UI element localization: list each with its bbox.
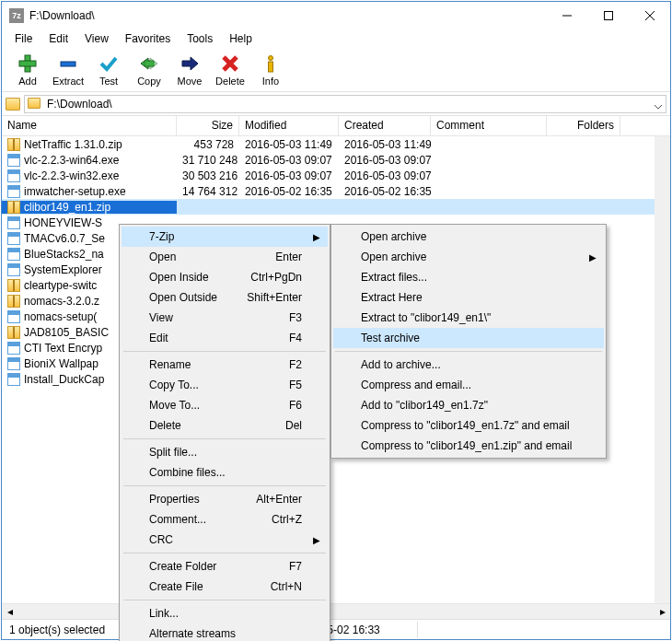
toolbar-delete[interactable]: Delete — [210, 50, 250, 90]
menu-favorites[interactable]: Favorites — [118, 30, 178, 47]
menu-label: Create Folder — [149, 560, 216, 573]
context-menu: 7-Zip▶OpenEnterOpen InsideCtrl+PgDnOpen … — [119, 224, 330, 641]
chevron-down-icon[interactable] — [655, 100, 662, 113]
menu-item[interactable]: Create FileCtrl+N — [122, 577, 328, 597]
table-row[interactable]: imwatcher-setup.exe14 764 3122016-05-02 … — [2, 183, 670, 199]
vertical-scrollbar[interactable] — [655, 136, 670, 603]
toolbar-add[interactable]: Add — [7, 50, 48, 90]
menu-item[interactable]: Test archive — [333, 328, 604, 348]
menu-item[interactable]: Extract to "clibor149_en1\" — [333, 308, 604, 328]
menu-label: Edit — [149, 332, 168, 344]
file-size: 30 503 216 — [177, 169, 239, 182]
horizontal-scrollbar[interactable]: ◂ ▸ — [2, 603, 670, 619]
menu-label: View — [149, 311, 173, 324]
menu-item[interactable]: Create FolderF7 — [122, 556, 328, 577]
archive-icon — [7, 326, 20, 339]
menu-label: Open Inside — [149, 271, 209, 284]
table-row[interactable]: vlc-2.2.3-win64.exe31 710 2482016-05-03 … — [2, 152, 670, 168]
menu-label: Create File — [149, 580, 203, 593]
toolbar-info[interactable]: Info — [250, 50, 291, 90]
col-folders[interactable]: Folders — [547, 116, 620, 135]
up-folder-icon[interactable] — [6, 98, 20, 111]
menu-item[interactable]: Open archive — [333, 227, 604, 247]
menu-item[interactable]: OpenEnter — [122, 247, 328, 267]
menu-file[interactable]: File — [7, 30, 40, 47]
svg-point-9 — [269, 55, 273, 60]
menu-label: Properties — [149, 493, 200, 506]
menu-item[interactable]: CRC▶ — [122, 530, 328, 550]
menu-shortcut: Ctrl+PgDn — [250, 271, 302, 284]
menu-item[interactable]: Compress to "clibor149_en1.7z" and email — [333, 415, 604, 436]
menu-item[interactable]: Comment...Ctrl+Z — [122, 509, 328, 530]
menu-help[interactable]: Help — [222, 30, 260, 47]
context-submenu-7zip: Open archiveOpen archive▶Extract files..… — [330, 224, 607, 459]
menu-label: Compress to "clibor149_en1.zip" and emai… — [361, 439, 572, 452]
menu-item[interactable]: Open InsideCtrl+PgDn — [122, 267, 328, 287]
exe-icon — [7, 310, 20, 323]
col-comment[interactable]: Comment — [431, 116, 547, 135]
col-created[interactable]: Created — [339, 116, 431, 135]
menu-shortcut: F4 — [289, 332, 302, 344]
menu-item[interactable]: EditF4 — [122, 328, 328, 348]
check-icon — [98, 53, 119, 74]
app-icon: 7z — [9, 8, 24, 23]
table-row[interactable]: vlc-2.2.3-win32.exe30 503 2162016-05-03 … — [2, 168, 670, 183]
menu-shortcut: F5 — [289, 379, 302, 391]
table-row[interactable]: clibor149_en1.zip — [2, 199, 670, 215]
menu-item[interactable]: Move To...F6 — [122, 395, 328, 415]
menu-item[interactable]: Split file... — [122, 442, 328, 462]
menu-item[interactable]: Combine files... — [122, 462, 328, 483]
menu-shortcut: Del — [285, 419, 302, 432]
menu-view[interactable]: View — [77, 30, 116, 47]
menu-item[interactable]: Open archive▶ — [333, 247, 604, 267]
maximize-button[interactable] — [587, 2, 629, 29]
copy-icon — [139, 53, 159, 74]
toolbar-extract[interactable]: Extract — [48, 50, 88, 90]
file-name: vlc-2.2.3-win32.exe — [24, 169, 119, 182]
menu-shortcut: Enter — [275, 251, 302, 263]
menu-item[interactable]: Open OutsideShift+Enter — [122, 287, 328, 308]
minus-icon — [58, 53, 78, 74]
exe-icon — [7, 357, 20, 370]
menu-label: Comment... — [149, 513, 206, 526]
menu-item[interactable]: Compress and email... — [333, 375, 604, 395]
column-headers: Name Size Modified Created Comment Folde… — [2, 116, 670, 136]
toolbar-move[interactable]: Move — [169, 50, 210, 90]
address-path[interactable]: F:\Download\ — [24, 95, 666, 113]
statusbar: 1 object(s) selected 250 2016-05-02 16:3… — [2, 619, 670, 639]
menu-item[interactable]: Copy To...F5 — [122, 375, 328, 395]
col-modified[interactable]: Modified — [239, 116, 339, 135]
menu-item[interactable]: Link... — [122, 603, 328, 624]
menu-item[interactable]: PropertiesAlt+Enter — [122, 489, 328, 509]
scroll-right-icon[interactable]: ▸ — [655, 604, 670, 620]
file-name: Install_DuckCap — [24, 373, 104, 386]
menu-item[interactable]: RenameF2 — [122, 355, 328, 375]
file-name: cleartype-switc — [24, 279, 97, 292]
col-name[interactable]: Name — [2, 116, 177, 135]
menu-item[interactable]: Extract files... — [333, 267, 604, 287]
toolbar-test[interactable]: Test — [88, 50, 129, 90]
exe-icon — [7, 154, 20, 167]
close-button[interactable] — [629, 2, 670, 29]
menu-label: Test archive — [361, 332, 420, 344]
table-row[interactable]: NetTraffic 1.31.0.zip453 7282016-05-03 1… — [2, 136, 670, 152]
menu-item[interactable]: Alternate streams — [122, 624, 328, 641]
titlebar: 7z F:\Download\ — [2, 2, 670, 29]
menu-item[interactable]: ViewF3 — [122, 308, 328, 328]
scroll-left-icon[interactable]: ◂ — [2, 604, 17, 620]
menu-edit[interactable]: Edit — [41, 30, 75, 47]
file-created: 2016-05-03 11:49 — [339, 138, 431, 151]
menu-item[interactable]: Compress to "clibor149_en1.zip" and emai… — [333, 436, 604, 456]
menu-item[interactable]: 7-Zip▶ — [122, 227, 328, 247]
toolbar-copy[interactable]: Copy — [129, 50, 169, 90]
minimize-button[interactable] — [546, 2, 587, 29]
col-size[interactable]: Size — [177, 116, 239, 135]
menu-tools[interactable]: Tools — [180, 30, 220, 47]
info-icon — [261, 53, 281, 74]
menu-item[interactable]: Add to "clibor149_en1.7z" — [333, 395, 604, 415]
menu-item[interactable]: DeleteDel — [122, 415, 328, 436]
menu-item[interactable]: Extract Here — [333, 287, 604, 308]
menu-shortcut: Ctrl+Z — [272, 513, 302, 526]
menu-item[interactable]: Add to archive... — [333, 355, 604, 375]
file-modified: 2016-05-02 16:35 — [239, 185, 339, 198]
